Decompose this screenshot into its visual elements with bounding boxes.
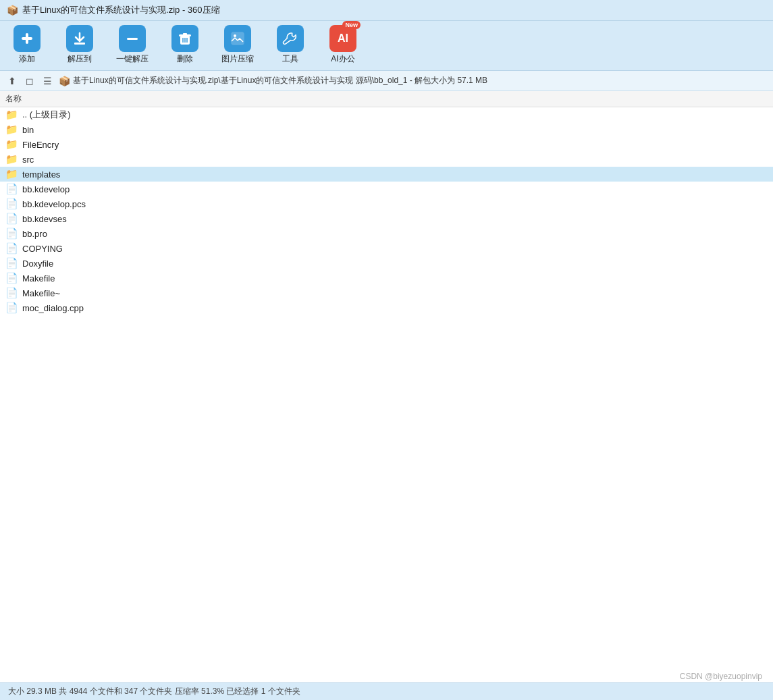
svg-point-11 (234, 34, 236, 37)
file-name: COPYING (22, 244, 63, 254)
column-name-header: 名称 (5, 94, 22, 103)
breadcrumb-bar: ⬆ ◻ ☰ 📦 基于Linux的可信文件系统设计与实现.zip\基于Linux的… (0, 71, 773, 91)
file-row[interactable]: 📁src (0, 152, 773, 167)
file-row[interactable]: 📄bb.pro (0, 226, 773, 241)
imgcompress-label: 图片压缩 (221, 53, 254, 65)
delete-label: 删除 (177, 53, 193, 65)
file-row[interactable]: 📁templates (0, 167, 773, 182)
extract-label: 解压到 (68, 53, 92, 65)
file-icon: 📄 (5, 302, 18, 314)
nav-list-button[interactable]: ☰ (41, 74, 55, 88)
tools-button[interactable]: 工具 (274, 25, 306, 65)
extract-icon (66, 25, 93, 52)
file-list[interactable]: 📁.. (上级目录)📁bin📁FileEncry📁src📁templates📄b… (0, 107, 773, 682)
ai-icon: AI New (329, 25, 356, 52)
svg-rect-1 (22, 37, 32, 40)
csdn-watermark: CSDN @biyezuopinvip (680, 672, 762, 681)
breadcrumb-text: 基于Linux的可信文件系统设计与实现.zip\基于Linux的可信文件系统设计… (73, 75, 487, 86)
file-icon: 📄 (5, 213, 18, 225)
nav-back-button[interactable]: ◻ (23, 74, 36, 88)
file-row[interactable]: 📄Makefile (0, 271, 773, 286)
file-name: bb.kdevelop (22, 184, 70, 194)
svg-rect-10 (232, 32, 244, 45)
file-icon: 📁 (5, 168, 18, 180)
file-row[interactable]: 📁FileEncry (0, 137, 773, 152)
imgcompress-button[interactable]: 图片压缩 (221, 25, 254, 65)
file-icon: 📄 (5, 227, 18, 240)
file-row[interactable]: 📄COPYING (0, 241, 773, 256)
file-icon: 📄 (5, 183, 18, 195)
file-name: Makefile (22, 273, 55, 284)
add-button[interactable]: 添加 (11, 25, 43, 65)
file-icon: 📄 (5, 198, 18, 210)
file-row[interactable]: 📄bb.kdevses (0, 211, 773, 226)
imgcompress-icon (224, 25, 251, 52)
tools-icon (277, 25, 304, 52)
file-icon: 📁 (5, 153, 18, 165)
file-name: FileEncry (22, 140, 59, 150)
add-icon (14, 25, 41, 52)
delete-button[interactable]: 删除 (169, 25, 201, 65)
extract-button[interactable]: 解压到 (63, 25, 96, 65)
title-bar: 📦 基于Linux的可信文件系统设计与实现.zip - 360压缩 (0, 0, 773, 21)
file-icon: 📄 (5, 287, 18, 299)
new-badge: New (342, 21, 361, 29)
file-icon: 📄 (5, 242, 18, 254)
breadcrumb-path: 📦 基于Linux的可信文件系统设计与实现.zip\基于Linux的可信文件系统… (59, 75, 487, 86)
file-row[interactable]: 📄Doxyfile (0, 256, 773, 271)
file-name: bin (22, 125, 34, 135)
column-header: 名称 (0, 91, 773, 107)
file-name: bb.kdevses (22, 214, 67, 224)
title-bar-text: 基于Linux的可信文件系统设计与实现.zip - 360压缩 (22, 4, 220, 16)
toolbar: 添加 解压到 一键解压 (0, 21, 773, 71)
onekey-button[interactable]: 一键解压 (116, 25, 149, 65)
file-icon: 📁 (5, 109, 18, 121)
nav-up-button[interactable]: ⬆ (5, 74, 19, 88)
file-name: Makefile~ (22, 288, 60, 298)
file-row[interactable]: 📄Makefile~ (0, 286, 773, 300)
file-name: bb.kdevelop.pcs (22, 199, 86, 209)
file-name: moc_dialog.cpp (22, 303, 84, 313)
delete-icon (171, 25, 198, 52)
file-icon: 📁 (5, 124, 18, 136)
file-row[interactable]: 📄bb.kdevelop (0, 182, 773, 196)
file-row[interactable]: 📁.. (上级目录) (0, 107, 773, 122)
file-row[interactable]: 📁bin (0, 122, 773, 137)
svg-rect-2 (74, 43, 85, 45)
file-name: src (22, 155, 34, 165)
file-name: Doxyfile (22, 259, 53, 269)
status-bar: 大小 29.3 MB 共 4944 个文件和 347 个文件夹 压缩率 51.3… (0, 682, 773, 700)
status-text: 大小 29.3 MB 共 4944 个文件和 347 个文件夹 压缩率 51.3… (8, 686, 300, 697)
add-label: 添加 (19, 53, 35, 65)
file-icon: 📄 (5, 257, 18, 269)
file-name: templates (22, 169, 60, 180)
file-name: .. (上级目录) (22, 109, 71, 121)
onekey-icon (119, 25, 146, 52)
svg-rect-3 (127, 38, 138, 40)
title-bar-icon: 📦 (7, 5, 18, 16)
ai-button[interactable]: AI New AI办公 (327, 25, 359, 65)
file-row[interactable]: 📄bb.kdevelop.pcs (0, 196, 773, 211)
file-icon: 📄 (5, 272, 18, 284)
file-icon: 📁 (5, 138, 18, 151)
path-zip-icon: 📦 (59, 76, 70, 86)
svg-rect-6 (183, 33, 187, 35)
onekey-label: 一键解压 (116, 53, 149, 65)
file-name: bb.pro (22, 229, 47, 239)
file-row[interactable]: 📄moc_dialog.cpp (0, 300, 773, 315)
ai-label: AI办公 (331, 53, 354, 65)
tools-label: 工具 (282, 53, 298, 65)
